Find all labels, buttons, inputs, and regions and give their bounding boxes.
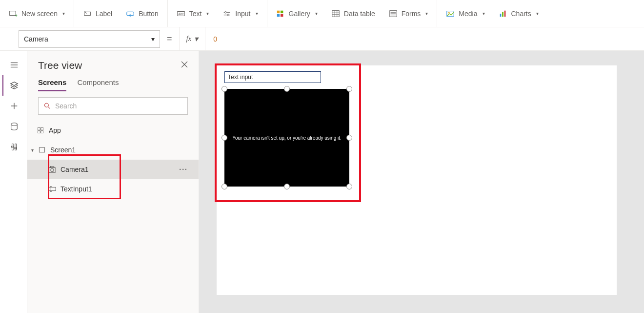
- media-menu[interactable]: Media ▾: [443, 0, 487, 27]
- svg-point-25: [448, 12, 450, 13]
- chevron-down-icon: ▾: [194, 34, 198, 43]
- chevron-down-icon: ▾: [62, 11, 65, 16]
- camera-control[interactable]: Your camera isn't set up, or you're alre…: [224, 89, 349, 187]
- gallery-icon: [276, 9, 285, 18]
- selection-handle[interactable]: [284, 184, 290, 189]
- rail-tree-view[interactable]: [2, 75, 25, 96]
- data-table-button[interactable]: Data table: [328, 0, 378, 27]
- rail-data[interactable]: [2, 116, 25, 137]
- property-name: Camera: [24, 35, 48, 43]
- camera-error-message: Your camera isn't set up, or you're alre…: [232, 135, 342, 141]
- formula-input[interactable]: 0: [205, 27, 644, 50]
- close-icon: [181, 61, 188, 68]
- svg-rect-51: [49, 187, 56, 190]
- svg-rect-28: [504, 10, 505, 17]
- selection-handle[interactable]: [346, 135, 352, 141]
- toolbar-label: Input: [235, 10, 250, 18]
- chevron-down-icon: ▾: [31, 147, 34, 153]
- rail-insert[interactable]: [2, 96, 25, 116]
- svg-rect-46: [41, 131, 43, 133]
- toolbar-label: Label: [96, 10, 112, 18]
- svg-point-9: [225, 11, 227, 13]
- label-icon: [83, 9, 92, 18]
- fx-button[interactable]: fx ▾: [179, 27, 206, 50]
- layers-icon: [10, 81, 19, 90]
- tree-label: TextInput1: [60, 185, 92, 193]
- tree-item-app[interactable]: App: [27, 121, 199, 140]
- tree-view-panel: Tree view Screens Components Search App …: [27, 51, 199, 313]
- search-icon: [43, 102, 51, 110]
- svg-rect-50: [50, 167, 54, 168]
- text-input-icon: [48, 185, 57, 193]
- toolbar: + New screen ▾ Label Button Abc Text ▾: [0, 0, 644, 27]
- chevron-down-icon: ▾: [151, 35, 155, 43]
- tree-item-textinput1[interactable]: TextInput1: [27, 179, 199, 199]
- tree-search-input[interactable]: Search: [38, 97, 188, 115]
- text-icon: Abc: [177, 9, 185, 18]
- screen-add-icon: +: [9, 9, 18, 18]
- text-menu[interactable]: Abc Text ▾: [174, 0, 212, 27]
- tools-icon: [10, 143, 19, 151]
- close-panel-button[interactable]: [181, 61, 188, 70]
- selection-handle[interactable]: [221, 86, 227, 92]
- rail-hamburger[interactable]: [2, 55, 25, 75]
- chevron-down-icon: ▾: [315, 11, 318, 16]
- selection-handle[interactable]: [284, 86, 290, 92]
- input-icon: [222, 9, 231, 18]
- button-button[interactable]: Button: [123, 0, 161, 27]
- canvas-area: Your camera isn't set up, or you're alre…: [199, 51, 644, 313]
- toolbar-label: Media: [459, 10, 477, 18]
- selection-handle[interactable]: [221, 184, 227, 189]
- property-selector[interactable]: Camera ▾: [19, 30, 160, 48]
- selection-handle[interactable]: [346, 184, 352, 189]
- svg-rect-26: [500, 14, 501, 17]
- tree-label: Camera1: [60, 166, 89, 173]
- tab-components[interactable]: Components: [77, 76, 119, 91]
- toolbar-label: Data table: [344, 10, 375, 18]
- gallery-menu[interactable]: Gallery ▾: [273, 0, 321, 27]
- chevron-down-icon: ▾: [425, 11, 428, 16]
- toolbar-label: New screen: [21, 10, 58, 18]
- svg-rect-15: [332, 10, 339, 17]
- svg-rect-27: [502, 12, 503, 17]
- forms-menu[interactable]: Forms ▾: [386, 0, 431, 27]
- rail-tools[interactable]: [2, 137, 25, 157]
- media-icon: [446, 9, 455, 18]
- new-screen-button[interactable]: + New screen ▾: [6, 0, 68, 27]
- data-table-icon: [331, 9, 340, 18]
- input-menu[interactable]: Input ▾: [220, 0, 261, 27]
- svg-text:Abc: Abc: [178, 12, 183, 15]
- svg-point-49: [51, 168, 54, 171]
- svg-rect-12: [281, 10, 283, 13]
- app-screen[interactable]: Your camera isn't set up, or you're alre…: [217, 65, 617, 295]
- left-rail: [0, 51, 27, 313]
- charts-menu[interactable]: Charts ▾: [496, 0, 542, 27]
- tree-label: App: [49, 126, 61, 134]
- svg-text:+: +: [15, 13, 18, 18]
- svg-rect-35: [12, 144, 13, 150]
- svg-rect-44: [41, 127, 43, 130]
- selection-handle[interactable]: [346, 86, 352, 92]
- svg-rect-36: [15, 144, 16, 150]
- formula-value: 0: [213, 35, 217, 43]
- tab-screens[interactable]: Screens: [38, 76, 66, 91]
- data-icon: [10, 122, 19, 131]
- tree-item-camera1[interactable]: Camera1 ···: [27, 160, 199, 179]
- svg-line-42: [48, 107, 50, 109]
- text-input-control[interactable]: [224, 71, 321, 83]
- charts-icon: [499, 9, 507, 18]
- svg-point-41: [44, 103, 48, 107]
- formula-bar: Camera ▾ = fx ▾ 0: [0, 27, 644, 51]
- selection-handle[interactable]: [221, 135, 227, 141]
- tree-item-screen1[interactable]: ▾ Screen1: [27, 140, 199, 160]
- search-placeholder: Search: [55, 102, 77, 110]
- more-options-button[interactable]: ···: [179, 166, 188, 173]
- plus-icon: [10, 102, 19, 110]
- svg-rect-13: [277, 14, 279, 16]
- svg-rect-3: [127, 12, 134, 15]
- label-button[interactable]: Label: [80, 0, 115, 27]
- toolbar-label: Text: [189, 10, 202, 18]
- camera-icon: [48, 165, 57, 174]
- chevron-down-icon: ▾: [256, 11, 258, 16]
- chevron-down-icon: ▾: [536, 11, 539, 16]
